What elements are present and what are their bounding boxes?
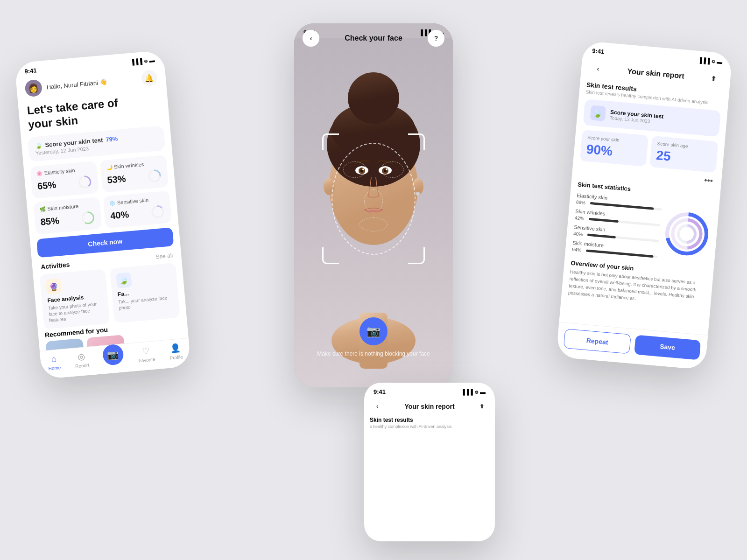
score-skin-val: 90% <box>586 142 642 161</box>
notification-button[interactable]: 🔔 <box>141 70 158 87</box>
favorite-icon: ♡ <box>142 345 150 356</box>
profile-icon: 👤 <box>170 343 181 354</box>
elasticity-val: 65% <box>37 179 56 191</box>
report-label: Report <box>75 363 90 369</box>
bottom-skin-title: Skin test results <box>370 417 489 423</box>
skin-test-section: Skin test results Skin test reveals heal… <box>571 80 729 193</box>
action-row: Repeat Save <box>556 322 708 370</box>
stat-sensitive-bar-fill <box>587 234 616 238</box>
signal-icon-r: ▐▐▐ <box>698 56 710 64</box>
corner-tl <box>322 133 339 150</box>
signal-icon-b: ▐▐▐ <box>461 389 473 395</box>
stats-section: Skin test statistics Elasticity skin 89% <box>565 180 720 268</box>
metric-sensitive: ❄️ Sensitive skin 40% <box>103 190 172 228</box>
stats-donut-chart <box>662 209 712 259</box>
see-all-link[interactable]: See all <box>155 252 173 260</box>
eye-left-guide <box>343 161 366 178</box>
time-left: 9:41 <box>24 67 37 75</box>
wifi-icon-b: ⌾ <box>475 389 478 395</box>
help-button[interactable]: ? <box>428 30 444 47</box>
nav-report[interactable]: ◎ Report <box>74 351 90 369</box>
time-bottom: 9:41 <box>374 388 386 395</box>
avatar-row: 👩 Hallo, Nurul Fitriani 👋 <box>24 73 108 97</box>
activity-face-analysis[interactable]: 🔮 Face analysis Take your photo of your … <box>40 269 110 329</box>
sensitive-val: 40% <box>110 209 129 221</box>
battery-icon: ▬ <box>149 57 155 64</box>
status-icons-left: ▐▐▐ ⌾ ▬ <box>130 57 155 66</box>
face-analysis-icon: 🔮 <box>46 278 62 294</box>
bottom-phone-content: 9:41 ▐▐▐ ⌾ ▬ ‹ Your skin report ⬆ Skin t… <box>364 383 495 541</box>
center-title: Check your face <box>319 34 428 42</box>
nav-home[interactable]: ⌂ Home <box>47 354 61 371</box>
score-age-val: 25 <box>655 148 712 168</box>
metrics-grid: 🌸 Elasticity skin 65% 🌙 Skin wrinkles 53… <box>30 155 172 235</box>
nav-camera-button[interactable]: 📷 <box>102 343 124 366</box>
score-info-icon: 🍃 <box>590 105 606 121</box>
stat-sensitive-pct: 40% <box>573 231 585 237</box>
stat-wrinkles-bar-fill <box>588 218 619 223</box>
phone-center: 9:41 ▐▐▐ ⌾ ▬ ‹ Check your face ? <box>294 23 453 387</box>
stat-wrinkles-pct: 42% <box>575 215 586 221</box>
face-scan-overlay <box>322 133 425 264</box>
center-content: 9:41 ▐▐▐ ⌾ ▬ ‹ Check your face ? <box>294 23 453 387</box>
nose-guide <box>364 189 383 213</box>
take-photo-button[interactable]: 📷 <box>359 317 388 345</box>
phone-left: 9:41 ▐▐▐ ⌾ ▬ 👩 Hallo, Nurul Fitriani 👋 🔔… <box>14 50 191 379</box>
share-button-bottom[interactable]: ⬆ <box>475 400 488 413</box>
score-age-box: Score skin age 25 <box>649 136 718 173</box>
nav-profile[interactable]: 👤 Profile <box>169 343 183 360</box>
stat-moisture-pct: 94% <box>572 247 583 253</box>
wifi-icon: ⌾ <box>144 57 148 64</box>
wifi-icon-r: ⌾ <box>712 58 715 65</box>
activity-second[interactable]: 🍃 Fa... Tak... your analyze face photo <box>110 263 180 323</box>
score-percent: 79% <box>106 135 118 143</box>
corner-bl <box>322 247 339 264</box>
nav-favorite[interactable]: ♡ Favorite <box>137 345 155 363</box>
leaf-icon: 🍃 <box>35 142 42 149</box>
moisture-val: 85% <box>40 215 60 227</box>
stat-moisture: Skin moisture 94% <box>572 240 659 259</box>
bottom-skin-test-section: Skin test results s healthy complexion w… <box>364 417 495 429</box>
activities-title: Activities <box>41 261 70 271</box>
repeat-button[interactable]: Repeat <box>564 329 631 354</box>
battery-icon-b: ▬ <box>480 389 486 395</box>
mouth-guide <box>359 217 388 231</box>
back-button-center[interactable]: ‹ <box>303 30 319 47</box>
bottom-skin-sub: s healthy complexion with AI-driven anal… <box>370 424 489 429</box>
metric-wrinkles: 🌙 Skin wrinkles 53% <box>100 155 169 193</box>
corner-tr <box>408 133 425 150</box>
back-button-right[interactable]: ‹ <box>589 60 607 78</box>
greeting-text: Hallo, Nurul Fitriani 👋 <box>46 78 107 91</box>
bottom-report-title: Your skin report <box>384 403 475 410</box>
save-button[interactable]: Save <box>634 335 701 360</box>
share-button[interactable]: ⬆ <box>705 70 723 88</box>
stats-with-chart: Elasticity skin 89% Skin wrinkles <box>571 192 713 267</box>
home-label: Home <box>48 365 61 371</box>
sensitive-chart <box>150 203 166 220</box>
scan-hint: Make sure there is nothing blocking your… <box>294 350 453 357</box>
report-title: Your skin report <box>606 65 705 82</box>
score-skin-box: Score your skin 90% <box>580 130 648 167</box>
elasticity-chart <box>77 174 93 190</box>
favorite-label: Favorite <box>138 357 155 363</box>
wrinkles-val: 53% <box>107 173 127 185</box>
metric-moisture: 🌿 Skin moisture 85% <box>33 196 102 234</box>
wrinkles-chart <box>147 168 163 184</box>
back-button-bottom[interactable]: ‹ <box>371 400 384 413</box>
score-info-text: Score your skin test Today, 13 Jun 2023 <box>610 108 714 129</box>
corner-br <box>408 247 425 264</box>
time-right: 9:41 <box>592 47 605 55</box>
stats-bars: Elasticity skin 89% Skin wrinkles <box>571 192 662 263</box>
signal-icon: ▐▐▐ <box>130 58 143 65</box>
report-icon: ◎ <box>78 351 86 362</box>
activity-face-desc: Take your photo of your face to analyze … <box>48 301 104 323</box>
profile-label: Profile <box>169 354 183 360</box>
status-icons-right: ▐▐▐ ⌾ ▬ <box>698 56 723 65</box>
stat-elasticity-pct: 89% <box>576 199 587 205</box>
status-icons-bottom: ▐▐▐ ⌾ ▬ <box>461 389 486 395</box>
center-header: ‹ Check your face ? <box>294 23 453 53</box>
phone-right: 9:41 ▐▐▐ ⌾ ▬ ‹ Your skin report ⬆ Skin t… <box>556 41 733 370</box>
eye-right-guide <box>381 161 404 178</box>
moisture-chart <box>80 210 96 226</box>
camera-icon: 📷 <box>107 349 120 361</box>
